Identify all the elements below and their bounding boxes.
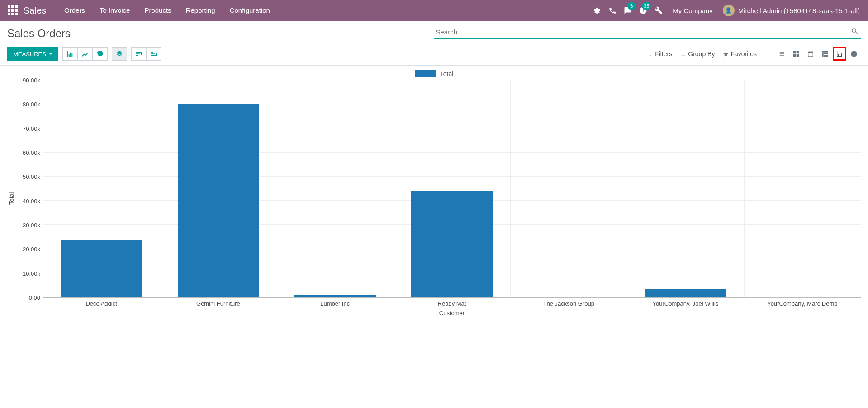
bar-slot [160, 80, 277, 297]
bar[interactable] [762, 297, 843, 297]
search-box [434, 25, 861, 39]
x-tick: Lumber Inc [277, 298, 394, 307]
y-tick: 10.00k [23, 270, 40, 277]
tools-icon[interactable] [651, 0, 666, 21]
measures-button[interactable]: MEASURES [7, 47, 58, 61]
phone-icon[interactable] [605, 0, 620, 21]
favorites-button[interactable]: Favorites [723, 50, 757, 58]
bar[interactable] [61, 240, 142, 297]
x-tick: YourCompany, Joel Willis [627, 298, 744, 307]
bar[interactable] [294, 295, 376, 297]
bar-slot [277, 80, 394, 297]
caret-down-icon [49, 53, 52, 55]
menu-to-invoice[interactable]: To Invoice [92, 0, 138, 21]
bug-icon[interactable] [589, 0, 605, 21]
bar-chart-button[interactable] [62, 47, 78, 61]
view-switcher [775, 47, 861, 61]
legend-swatch [415, 70, 436, 77]
bar[interactable] [411, 191, 493, 297]
bar[interactable] [178, 104, 259, 297]
x-tick: The Jackson Group [510, 298, 627, 307]
y-tick: 20.00k [23, 246, 40, 253]
user-name: Mitchell Admin (15804148-saas-15-1-all) [738, 7, 860, 14]
stacked-group [112, 47, 127, 61]
list-icon [680, 51, 686, 57]
graph-view-button[interactable] [833, 47, 846, 61]
bar[interactable] [645, 289, 726, 297]
user-menu[interactable]: 👤 Mitchell Admin (15804148-saas-15-1-all… [719, 5, 863, 16]
activities-badge: 35 [642, 2, 651, 10]
y-tick: 50.00k [23, 173, 40, 180]
x-tick: Deco Addict [43, 298, 160, 307]
x-tick: YourCompany, Marc Demo [744, 298, 861, 307]
x-tick: Gemini Furniture [160, 298, 276, 307]
apps-icon[interactable] [7, 5, 18, 16]
y-tick: 30.00k [23, 222, 40, 229]
pie-chart-button[interactable] [92, 47, 108, 61]
chart: Total Total 0.0010.00k20.00k30.00k40.00k… [0, 66, 868, 321]
pivot-view-button[interactable] [818, 47, 832, 61]
filter-icon [647, 51, 653, 57]
menu-configuration[interactable]: Configuration [223, 0, 277, 21]
y-tick: 80.00k [23, 101, 40, 108]
menu-products[interactable]: Products [137, 0, 178, 21]
kanban-view-button[interactable] [789, 47, 803, 61]
messages-icon[interactable]: 6 [620, 0, 636, 21]
chart-type-group [63, 47, 108, 61]
app-name[interactable]: Sales [24, 5, 46, 16]
stacked-button[interactable] [112, 47, 127, 61]
x-tick: Ready Mat [394, 298, 510, 307]
line-chart-button[interactable] [77, 47, 93, 61]
legend-label: Total [440, 70, 454, 77]
plot-area [43, 80, 861, 298]
sort-asc-button[interactable] [146, 47, 161, 61]
bar-slot [43, 80, 160, 297]
y-axis-title: Total [7, 80, 16, 317]
measures-label: MEASURES [13, 51, 46, 58]
star-icon [723, 51, 729, 57]
x-axis: Deco AddictGemini FurnitureLumber IncRea… [43, 298, 861, 307]
chart-legend: Total [7, 70, 861, 77]
messages-badge: 6 [627, 2, 636, 10]
avatar: 👤 [723, 5, 735, 16]
y-tick: 0.00 [29, 294, 40, 301]
search-icon[interactable] [851, 27, 859, 35]
activities-icon[interactable]: 35 [636, 0, 651, 21]
list-view-button[interactable] [775, 47, 788, 61]
filters-button[interactable]: Filters [647, 50, 672, 58]
bar-slot [627, 80, 744, 297]
y-tick: 70.00k [23, 125, 40, 132]
menu-orders[interactable]: Orders [57, 0, 92, 21]
y-axis: 0.0010.00k20.00k30.00k40.00k50.00k60.00k… [16, 80, 43, 298]
page-title: Sales Orders [7, 25, 434, 40]
bar-slot [394, 80, 511, 297]
y-tick: 90.00k [23, 77, 40, 84]
search-input[interactable] [434, 25, 861, 39]
bar-slot [745, 80, 861, 297]
menu-reporting[interactable]: Reporting [179, 0, 223, 21]
control-panel: Sales Orders MEASURES Filters [0, 21, 868, 65]
bar-slot [511, 80, 627, 297]
company-name[interactable]: My Company [666, 7, 719, 14]
sort-group [132, 47, 161, 61]
x-axis-title: Customer [16, 310, 861, 317]
activity-view-button[interactable] [847, 47, 861, 61]
y-tick: 40.00k [23, 197, 40, 204]
calendar-view-button[interactable] [804, 47, 817, 61]
groupby-button[interactable]: Group By [680, 50, 715, 58]
sort-desc-button[interactable] [131, 47, 147, 61]
y-tick: 60.00k [23, 149, 40, 156]
topnav: Sales Orders To Invoice Products Reporti… [0, 0, 868, 21]
